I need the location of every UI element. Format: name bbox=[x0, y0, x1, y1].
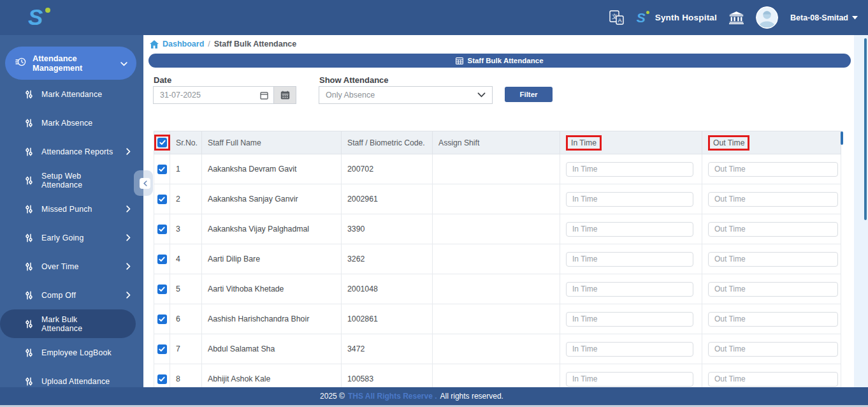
row-assign-shift bbox=[433, 244, 560, 274]
user-avatar[interactable] bbox=[756, 6, 778, 29]
out-time-input[interactable] bbox=[708, 312, 838, 327]
in-time-input[interactable] bbox=[566, 342, 693, 357]
in-time-input[interactable] bbox=[566, 312, 693, 327]
select-chevron-down-icon bbox=[477, 93, 486, 98]
row-checkbox[interactable] bbox=[157, 165, 167, 174]
calendar-button[interactable] bbox=[274, 86, 296, 104]
in-time-input[interactable] bbox=[566, 252, 693, 267]
select-all-checkbox[interactable] bbox=[157, 138, 167, 147]
calendar-icon bbox=[280, 91, 290, 100]
date-picker-icon[interactable] bbox=[260, 91, 268, 100]
in-time-input[interactable] bbox=[566, 282, 693, 297]
panel-title: Staff Bulk Attendance bbox=[467, 57, 543, 64]
footer-ths-link[interactable]: THS All Rights Reserve . bbox=[348, 392, 437, 401]
user-menu[interactable]: Beta-08-Smitad bbox=[790, 13, 858, 22]
sidebar-item-mark-absence[interactable]: Mark Absence bbox=[0, 108, 143, 137]
row-staff-name: Aakanksha Vijay Palghadmal bbox=[202, 214, 342, 244]
row-biometric-code: 2001048 bbox=[342, 274, 433, 304]
table-header-row: Sr.No. Staff Full Name Staff / Biometric… bbox=[154, 131, 841, 154]
app-logo[interactable]: S bbox=[28, 2, 43, 33]
table-row: 7 Abdul Salamat Sha 3472 bbox=[154, 334, 841, 364]
sidebar-item-employee-logbook[interactable]: Employee LogBook bbox=[0, 338, 143, 367]
out-time-input[interactable] bbox=[708, 192, 838, 207]
sidebar-item-comp-off[interactable]: Comp Off bbox=[0, 281, 143, 309]
attendance-table: Sr.No. Staff Full Name Staff / Biometric… bbox=[154, 131, 841, 394]
out-time-input[interactable] bbox=[708, 222, 838, 237]
in-time-input[interactable] bbox=[566, 372, 693, 387]
check-icon bbox=[159, 346, 165, 352]
navbar-right-cluster: 文 A S Synth Hospital bbox=[609, 0, 858, 35]
chevron-right-icon bbox=[126, 205, 131, 212]
in-time-input[interactable] bbox=[566, 192, 693, 207]
sidebar-item-label: Over Time bbox=[41, 262, 118, 271]
sidebar-item-early-going[interactable]: Early Going bbox=[0, 223, 143, 252]
chevron-right-icon bbox=[126, 292, 131, 299]
row-checkbox[interactable] bbox=[157, 314, 167, 324]
row-checkbox[interactable] bbox=[157, 195, 167, 204]
row-biometric-code: 3390 bbox=[342, 214, 433, 244]
col-header-code: Staff / Biometric Code. bbox=[342, 131, 433, 154]
sidebar-item-setup-web-attendance[interactable]: Setup Web Attendance bbox=[0, 166, 143, 195]
row-checkbox[interactable] bbox=[157, 344, 167, 354]
chevron-left-icon bbox=[140, 178, 150, 189]
row-biometric-code: 200702 bbox=[342, 154, 433, 184]
footer-prefix: 2025 © bbox=[320, 392, 345, 401]
check-icon bbox=[159, 286, 165, 292]
sidebar-collapse-toggle[interactable] bbox=[134, 170, 153, 196]
row-checkbox[interactable] bbox=[157, 285, 167, 294]
row-checkbox[interactable] bbox=[157, 255, 167, 264]
row-checkbox[interactable] bbox=[157, 374, 167, 384]
filter-button[interactable]: Filter bbox=[505, 87, 553, 102]
check-icon bbox=[159, 166, 165, 172]
page-scrollbar-thumb[interactable] bbox=[864, 38, 867, 220]
in-time-input[interactable] bbox=[566, 222, 693, 237]
language-translate-icon[interactable]: 文 A bbox=[609, 10, 625, 26]
logo-letter: S bbox=[28, 4, 43, 29]
sliders-icon bbox=[24, 377, 33, 386]
sidebar-item-missed-punch[interactable]: Missed Punch bbox=[0, 195, 143, 223]
out-time-input[interactable] bbox=[708, 162, 838, 177]
sidebar: Attendance Management Mark Attendance bbox=[0, 35, 143, 407]
date-input[interactable]: 31-07-2025 bbox=[153, 86, 274, 104]
row-assign-shift bbox=[433, 184, 560, 214]
sidebar-item-mark-attendance[interactable]: Mark Attendance bbox=[0, 80, 143, 108]
row-assign-shift bbox=[433, 214, 560, 244]
sidebar-item-label: Attendance Reports bbox=[41, 147, 118, 156]
breadcrumb-dashboard-link[interactable]: Dashboard bbox=[163, 40, 204, 48]
breadcrumb-separator: / bbox=[208, 40, 210, 48]
out-time-input[interactable] bbox=[708, 372, 838, 387]
col-header-in-time: In Time bbox=[566, 135, 602, 151]
in-time-input[interactable] bbox=[566, 162, 693, 177]
sidebar-item-label: Setup Web Attendance bbox=[41, 172, 118, 189]
main-content: Dashboard / Staff Bulk Attendance Staff … bbox=[143, 35, 854, 388]
row-biometric-code: 1002861 bbox=[342, 304, 433, 334]
sliders-icon bbox=[24, 90, 33, 99]
table-row: 3 Aakanksha Vijay Palghadmal 3390 bbox=[154, 214, 841, 244]
sidebar-item-mark-bulk-attendance[interactable]: Mark Bulk Attendance bbox=[0, 309, 136, 338]
sidebar-item-over-time[interactable]: Over Time bbox=[0, 252, 143, 281]
caret-down-icon bbox=[852, 16, 858, 20]
col-header-name: Staff Full Name bbox=[202, 131, 342, 154]
show-attendance-select[interactable]: Only Absence bbox=[319, 86, 493, 104]
breadcrumb: Dashboard / Staff Bulk Attendance bbox=[150, 40, 296, 48]
row-checkbox[interactable] bbox=[157, 225, 167, 234]
out-time-input[interactable] bbox=[708, 342, 838, 357]
out-time-input[interactable] bbox=[708, 252, 838, 267]
table-row: 6 Aashish Harishchandra Bhoir 1002861 bbox=[154, 304, 841, 334]
attendance-table-body: 1 Aakanksha Devram Gavit 200702 2 Aakank… bbox=[154, 154, 841, 394]
sliders-icon bbox=[24, 348, 33, 357]
row-assign-shift bbox=[433, 154, 560, 184]
table-scrollbar-thumb[interactable] bbox=[841, 131, 843, 145]
row-srno: 2 bbox=[170, 184, 202, 214]
check-icon bbox=[159, 376, 165, 382]
sidebar-item-attendance-reports[interactable]: Attendance Reports bbox=[0, 137, 143, 166]
sliders-icon bbox=[24, 147, 33, 156]
out-time-input[interactable] bbox=[708, 282, 838, 297]
top-navbar: S 文 A S Synth Hospital bbox=[0, 0, 868, 35]
institution-bank-icon[interactable] bbox=[729, 11, 744, 24]
date-value: 31-07-2025 bbox=[160, 91, 256, 100]
row-staff-name: Aarti Vithoba Khetade bbox=[202, 274, 342, 304]
hospital-name: Synth Hospital bbox=[655, 13, 717, 22]
sidebar-section-attendance-management[interactable]: Attendance Management bbox=[5, 47, 136, 80]
sidebar-item-label: Comp Off bbox=[41, 291, 118, 300]
